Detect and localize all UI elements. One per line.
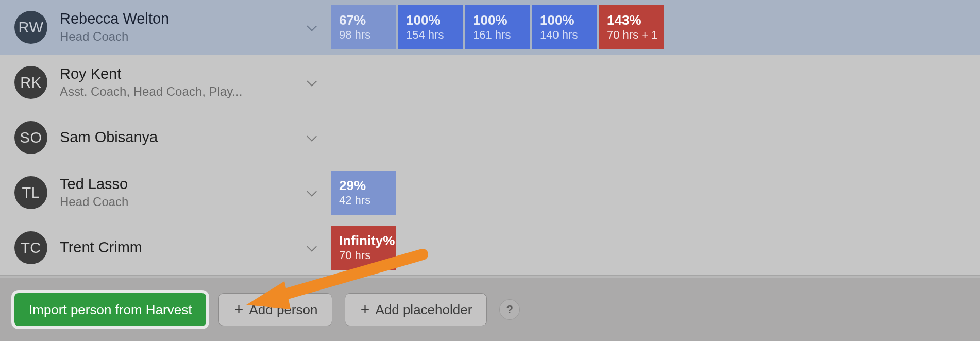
- grid-cell[interactable]: [598, 165, 665, 220]
- person-row[interactable]: TCTrent CrimmInfinity%70 hrs: [0, 220, 980, 276]
- grid-cell[interactable]: [732, 220, 799, 275]
- grid-cell[interactable]: [531, 55, 598, 110]
- grid-cell[interactable]: [531, 110, 598, 165]
- import-person-button[interactable]: Import person from Harvest: [14, 293, 206, 326]
- import-person-label: Import person from Harvest: [29, 302, 192, 318]
- person-name-block: Sam Obisanya: [60, 129, 158, 146]
- grid-cell[interactable]: [799, 165, 866, 220]
- expand-toggle[interactable]: [304, 186, 317, 199]
- grid-cell[interactable]: [799, 55, 866, 110]
- expand-toggle[interactable]: [304, 76, 317, 89]
- allocation-percent: 100%: [406, 13, 454, 28]
- add-person-label: Add person: [249, 302, 317, 318]
- grid-cell[interactable]: [732, 165, 799, 220]
- help-icon: ?: [506, 303, 513, 316]
- person-name: Sam Obisanya: [60, 129, 158, 146]
- person-name-block: Rebecca WeltonHead Coach: [60, 10, 169, 45]
- avatar: TC: [14, 231, 47, 264]
- avatar: SO: [14, 121, 47, 154]
- grid-cell[interactable]: [464, 165, 531, 220]
- add-person-button[interactable]: + Add person: [218, 293, 332, 326]
- grid-cell[interactable]: [799, 110, 866, 165]
- allocation-percent: 143%: [607, 13, 655, 28]
- grid-cell[interactable]: [732, 110, 799, 165]
- person-name: Roy Kent: [60, 65, 242, 82]
- grid-cell[interactable]: [866, 55, 933, 110]
- person-role: Head Coach: [60, 194, 128, 210]
- grid-cell[interactable]: [397, 165, 464, 220]
- grid-cell[interactable]: [464, 110, 531, 165]
- allocation-hours: 70 hrs + 1: [607, 28, 655, 42]
- allocation-block[interactable]: 67%98 hrs: [331, 5, 396, 49]
- allocation-grid: 67%98 hrs100%154 hrs100%161 hrs100%140 h…: [330, 0, 980, 55]
- person-row[interactable]: RWRebecca WeltonHead Coach67%98 hrs100%1…: [0, 0, 980, 55]
- grid-cell[interactable]: [933, 220, 980, 275]
- allocation-hours: 161 hrs: [473, 28, 521, 42]
- grid-cell[interactable]: [866, 165, 933, 220]
- expand-toggle[interactable]: [304, 21, 317, 34]
- grid-cell[interactable]: [464, 220, 531, 275]
- person-name-block: Trent Crimm: [60, 239, 142, 256]
- person-cell[interactable]: SOSam Obisanya: [0, 110, 330, 165]
- grid-cell[interactable]: [397, 55, 464, 110]
- allocation-block[interactable]: 29%42 hrs: [331, 170, 396, 215]
- person-row[interactable]: TLTed LassoHead Coach29%42 hrs: [0, 165, 980, 220]
- person-name-block: Ted LassoHead Coach: [60, 176, 128, 210]
- allocation-block[interactable]: 143%70 hrs + 1: [599, 5, 664, 49]
- grid-cell[interactable]: [330, 110, 397, 165]
- grid-cell[interactable]: [866, 0, 933, 55]
- allocation-hours: 140 hrs: [540, 28, 588, 42]
- grid-cell[interactable]: [799, 220, 866, 275]
- allocation-block[interactable]: Infinity%70 hrs: [331, 226, 396, 270]
- allocation-block[interactable]: 100%140 hrs: [532, 5, 597, 49]
- grid-cell[interactable]: [799, 0, 866, 55]
- grid-cell[interactable]: [598, 220, 665, 275]
- grid-cell[interactable]: [397, 220, 464, 275]
- chevron-down-icon: [307, 244, 314, 251]
- chevron-down-icon: [307, 189, 314, 196]
- grid-cell[interactable]: [665, 0, 732, 55]
- grid-cell[interactable]: [531, 165, 598, 220]
- allocation-block[interactable]: 100%154 hrs: [398, 5, 463, 49]
- chevron-down-icon: [307, 24, 314, 31]
- allocation-hours: 154 hrs: [406, 28, 454, 42]
- grid-cell[interactable]: [665, 55, 732, 110]
- grid-cell[interactable]: [464, 55, 531, 110]
- grid-cell[interactable]: [531, 220, 598, 275]
- person-row[interactable]: RKRoy KentAsst. Coach, Head Coach, Play.…: [0, 55, 980, 110]
- grid-cell[interactable]: [665, 220, 732, 275]
- add-placeholder-label: Add placeholder: [375, 302, 472, 318]
- grid-cell[interactable]: [665, 165, 732, 220]
- grid-cell[interactable]: [598, 110, 665, 165]
- grid-cell[interactable]: [732, 0, 799, 55]
- allocation-block[interactable]: 100%161 hrs: [465, 5, 530, 49]
- person-cell[interactable]: RWRebecca WeltonHead Coach: [0, 0, 330, 55]
- grid-cell[interactable]: [397, 110, 464, 165]
- grid-cell[interactable]: [330, 55, 397, 110]
- person-row[interactable]: SOSam Obisanya: [0, 110, 980, 165]
- grid-cell[interactable]: [933, 165, 980, 220]
- grid-cell[interactable]: [732, 55, 799, 110]
- allocation-percent: 29%: [339, 178, 387, 193]
- expand-toggle[interactable]: [304, 241, 317, 254]
- grid-cell[interactable]: [866, 110, 933, 165]
- grid-cell[interactable]: [665, 110, 732, 165]
- help-button[interactable]: ?: [499, 299, 520, 320]
- allocation-percent: Infinity%: [339, 233, 387, 248]
- person-cell[interactable]: TCTrent Crimm: [0, 220, 330, 275]
- expand-toggle[interactable]: [304, 131, 317, 144]
- grid-cell[interactable]: [598, 55, 665, 110]
- add-placeholder-button[interactable]: + Add placeholder: [345, 293, 487, 326]
- grid-cell[interactable]: [933, 55, 980, 110]
- allocation-grid: 29%42 hrs: [330, 165, 980, 220]
- allocation-percent: 67%: [339, 13, 387, 28]
- grid-cell[interactable]: [866, 220, 933, 275]
- person-name-block: Roy KentAsst. Coach, Head Coach, Play...: [60, 65, 242, 100]
- grid-cell[interactable]: [933, 0, 980, 55]
- allocation-hours: 70 hrs: [339, 248, 387, 263]
- person-cell[interactable]: RKRoy KentAsst. Coach, Head Coach, Play.…: [0, 55, 330, 110]
- allocation-grid: Infinity%70 hrs: [330, 220, 980, 275]
- grid-cell[interactable]: [933, 110, 980, 165]
- person-cell[interactable]: TLTed LassoHead Coach: [0, 165, 330, 220]
- allocation-percent: 100%: [473, 13, 521, 28]
